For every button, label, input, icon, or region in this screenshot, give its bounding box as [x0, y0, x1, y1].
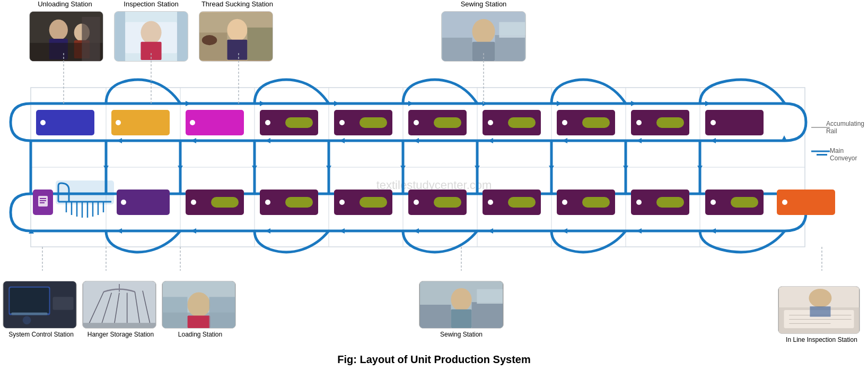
purple-station-t9 [631, 110, 689, 135]
purple-station-b1 [186, 190, 244, 215]
orange-station [111, 110, 170, 135]
svg-rect-128 [187, 316, 210, 328]
system-control-photo [3, 281, 77, 329]
system-control-station: System Control Station [3, 281, 80, 339]
svg-point-132 [451, 288, 471, 311]
station-dot [40, 120, 46, 125]
station-oval [360, 117, 387, 128]
svg-point-9 [141, 21, 161, 44]
svg-marker-53 [191, 138, 196, 143]
svg-marker-79 [414, 228, 419, 234]
station-dot [711, 120, 716, 125]
station-dot [488, 120, 493, 125]
svg-marker-84 [29, 229, 34, 234]
svg-marker-62 [549, 166, 554, 170]
system-control-block [33, 190, 53, 215]
inspection-station-label: Inspection Station [114, 0, 188, 62]
sewing-station-bottom: Sewing Station [419, 281, 504, 339]
svg-marker-77 [562, 228, 567, 234]
svg-point-114 [23, 316, 31, 325]
svg-rect-130 [163, 297, 188, 329]
loading-station-block [117, 190, 170, 215]
svg-marker-38 [260, 101, 265, 106]
main-conveyor-label: Main Conveyor [817, 147, 864, 162]
unloading-station-label: Unloading Station [29, 0, 101, 62]
loading-station-bottom: Loading Station [162, 281, 239, 339]
svg-marker-37 [186, 101, 191, 106]
svg-marker-82 [191, 228, 196, 234]
svg-marker-76 [636, 228, 642, 234]
purple-station-t6 [408, 110, 467, 135]
unloading-photo [29, 11, 103, 62]
svg-marker-44 [705, 101, 711, 106]
svg-marker-48 [562, 138, 567, 143]
station-dot [121, 200, 126, 205]
svg-rect-6 [82, 17, 100, 61]
station-oval [582, 117, 610, 128]
sewing-bottom-photo [419, 281, 504, 329]
svg-rect-135 [472, 303, 503, 329]
svg-marker-46 [711, 138, 716, 143]
blue-station [36, 110, 94, 135]
svg-point-14 [227, 19, 247, 41]
magenta-station [186, 110, 244, 135]
svg-rect-21 [472, 42, 495, 61]
svg-point-18 [202, 35, 217, 45]
svg-rect-11 [115, 12, 125, 61]
diagram-container: textilestudycenter.com Unloading Station… [0, 0, 868, 370]
purple-station-b3 [334, 190, 392, 215]
inline-inspection-photo [778, 286, 860, 334]
purple-station-b5 [483, 190, 541, 215]
svg-point-20 [472, 19, 495, 44]
svg-rect-24 [499, 22, 525, 37]
svg-marker-63 [623, 166, 628, 170]
svg-marker-80 [339, 228, 345, 234]
svg-rect-129 [209, 297, 235, 329]
station-dot [636, 120, 642, 125]
station-oval [508, 117, 536, 128]
svg-marker-52 [265, 138, 270, 143]
sewing-top-photo [441, 11, 526, 62]
purple-station-b7 [631, 190, 689, 215]
purple-station-b4 [408, 190, 467, 215]
station-dot [562, 120, 567, 125]
thread-sucking-photo [199, 11, 273, 62]
station-dot [339, 120, 345, 125]
svg-marker-47 [636, 138, 642, 143]
purple-station-b2 [260, 190, 318, 215]
svg-marker-40 [408, 101, 414, 106]
svg-marker-56 [103, 166, 109, 170]
hanger-storage-block [56, 180, 114, 220]
svg-rect-23 [495, 35, 525, 61]
svg-rect-112 [10, 288, 49, 314]
svg-marker-59 [326, 166, 331, 170]
station-dot [414, 120, 419, 125]
svg-marker-58 [252, 166, 257, 170]
svg-rect-144 [810, 307, 830, 317]
figure-caption: Fig: Layout of Unit Production System [337, 354, 530, 366]
svg-rect-115 [52, 297, 73, 310]
svg-marker-50 [414, 138, 419, 143]
svg-marker-60 [400, 166, 406, 170]
svg-marker-57 [178, 166, 183, 170]
inspection-photo [114, 11, 188, 62]
hanger-storage-photo [82, 281, 156, 329]
svg-rect-113 [11, 313, 47, 315]
svg-rect-12 [177, 12, 188, 61]
svg-marker-39 [334, 101, 339, 106]
orange-end-station [777, 190, 835, 215]
svg-rect-124 [83, 323, 156, 329]
svg-marker-42 [557, 101, 562, 106]
station-dot [265, 120, 270, 125]
inline-inspection-station: In Line Inspection Station [778, 286, 865, 345]
svg-rect-22 [442, 38, 472, 61]
svg-marker-83 [117, 228, 122, 234]
svg-marker-41 [483, 101, 488, 106]
svg-marker-43 [631, 101, 636, 106]
svg-rect-10 [141, 42, 161, 60]
svg-rect-136 [477, 289, 503, 304]
station-oval [434, 117, 461, 128]
accumulating-rail-label: Accumulating Rail [817, 120, 864, 135]
purple-station-t8 [557, 110, 615, 135]
svg-marker-51 [339, 138, 345, 143]
